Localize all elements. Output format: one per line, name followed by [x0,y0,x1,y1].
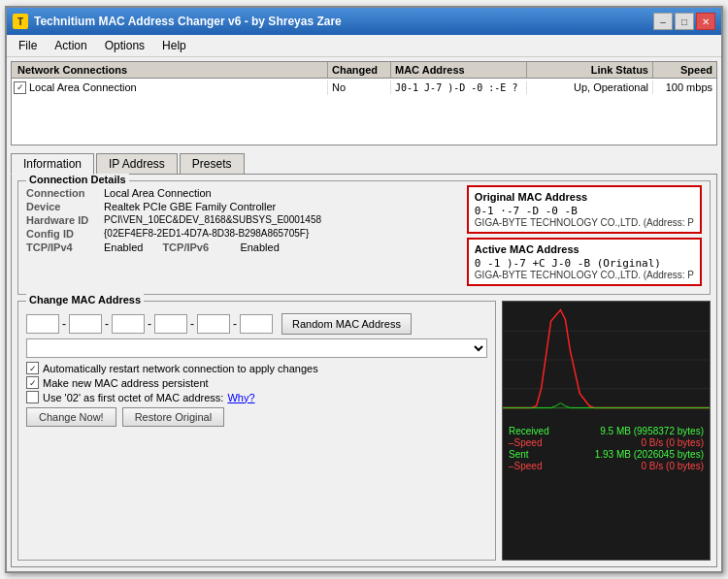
checkbox-auto-restart: Automatically restart network connection… [26,362,487,374]
menu-file[interactable]: File [11,37,45,54]
tab-ip-address[interactable]: IP Address [96,153,178,174]
mac-octet-1[interactable] [26,314,59,334]
received-label: Received [509,426,549,436]
sent-speed-row: –Speed 0 B/s (0 bytes) [509,461,704,471]
original-mac-title: Original MAC Address [475,191,694,203]
title-buttons: – □ ✕ [653,13,715,30]
why-link[interactable]: Why? [227,392,254,403]
network-table-header: Network Connections Changed MAC Address … [12,62,716,79]
hardware-id-key: Hardware ID [26,214,104,226]
dash-5: - [233,317,237,331]
mac-octet-3[interactable] [112,314,145,334]
sent-speed-label: –Speed [509,461,542,471]
empty-rows [12,96,716,145]
config-id-key: Config ID [26,228,104,240]
received-speed-value: 0 B/s (0 bytes) [642,437,704,448]
tcp-ipv6-row: TCP/IPv6 Enabled [162,241,279,253]
dash-1: - [62,317,66,331]
hardware-id-row: Hardware ID PCI\VEN_10EC&DEV_8168&SUBSYS… [26,214,457,226]
menu-options[interactable]: Options [97,37,152,54]
restore-original-button[interactable]: Restore Original [122,407,224,427]
row-name: Local Area Connection [12,80,328,95]
use-02-checkbox[interactable] [26,391,39,403]
config-id-row: Config ID {02EF4EF8-2ED1-4D7A-8D38-B298A… [26,228,457,240]
title-bar: T Technitium MAC Address Changer v6 - by… [7,8,721,35]
checkbox-persistent: Make new MAC address persistent [26,376,487,389]
received-speed-row: –Speed 0 B/s (0 bytes) [509,437,704,448]
received-speed-label: –Speed [509,437,542,448]
connection-details-label: Connection Details [26,174,129,185]
active-mac-vendor: GIGA-BYTE TECHNOLOGY CO.,LTD. (Address: … [475,270,694,280]
tcp-row: TCP/IPv4 Enabled TCP/IPv6 Enabled [26,241,457,253]
graph-stats: Received 9.5 MB (9958372 bytes) –Speed 0… [503,421,710,476]
use-02-label: Use '02' as first octet of MAC address: [43,392,223,403]
checkbox-use-02: Use '02' as first octet of MAC address: … [26,391,487,403]
network-graph [503,302,710,418]
tcp-ipv6-key: TCP/IPv6 [162,241,240,253]
active-mac-title: Active MAC Address [475,243,694,255]
mac-input-row: - - - - - Random MAC Address [26,313,487,335]
header-changed: Changed [328,62,391,78]
connection-details-group: Connection Details Connection Local Area… [17,180,711,295]
original-mac-value: 0-1 ·-7 -D -0 -B [475,205,694,217]
menu-action[interactable]: Action [47,37,94,54]
sent-size: 1.93 MB (2026045 bytes) [595,449,704,460]
details-layout: Connection Local Area Connection Device … [26,185,702,286]
graph-panel: Received 9.5 MB (9958372 bytes) –Speed 0… [502,301,711,561]
original-mac-box: Original MAC Address 0-1 ·-7 -D -0 -B GI… [467,185,702,234]
tab-buttons: Information IP Address Presets [11,153,717,174]
header-speed: Speed [653,62,716,78]
hardware-id-value: PCI\VEN_10EC&DEV_8168&SUBSYS_E0001458 [104,214,321,225]
menu-help[interactable]: Help [154,37,194,54]
received-size: 9.5 MB (9958372 bytes) [600,426,704,436]
dash-3: - [148,317,151,331]
mac-octet-6[interactable] [240,314,273,334]
mac-octet-4[interactable] [154,314,187,334]
row-changed: No [328,80,391,94]
change-mac-group: Change MAC Address - - - - - Random MA [17,301,496,561]
connection-name: Local Area Connection [29,81,137,93]
persistent-label: Make new MAC address persistent [43,377,209,389]
bottom-section: Change MAC Address - - - - - Random MA [17,301,711,561]
details-right: Original MAC Address 0-1 ·-7 -D -0 -B GI… [461,185,702,286]
table-row[interactable]: Local Area Connection No J0-1 J-7 )-D -0… [12,79,716,96]
random-mac-button[interactable]: Random MAC Address [281,313,412,335]
change-mac-label: Change MAC Address [26,294,144,306]
dash-4: - [190,317,194,331]
tcp-ipv6-value: Enabled [240,241,279,253]
sent-label: Sent [509,449,529,460]
active-mac-value: 0 -1 )-7 +C J-0 -B (Original) [475,257,694,270]
close-button[interactable]: ✕ [696,13,715,30]
menu-bar: File Action Options Help [7,35,721,57]
row-checkbox[interactable] [14,81,26,94]
action-buttons: Change Now! Restore Original [26,407,487,427]
window-title: Technitium MAC Address Changer v6 - by S… [34,15,342,28]
connection-key: Connection [26,187,104,199]
row-link-status: Up, Operational [527,80,653,94]
minimize-button[interactable]: – [653,13,673,30]
mac-octet-2[interactable] [69,314,102,334]
details-left: Connection Local Area Connection Device … [26,185,457,286]
header-network-connections: Network Connections [12,62,328,78]
maximize-button[interactable]: □ [675,13,694,30]
sent-row: Sent 1.93 MB (2026045 bytes) [509,449,704,460]
row-speed: 100 mbps [653,80,716,94]
header-mac: MAC Address [391,62,527,78]
connection-value: Local Area Connection [104,187,212,199]
app-icon: T [13,14,28,29]
sent-speed-value: 0 B/s (0 bytes) [642,461,704,471]
tab-information[interactable]: Information [11,153,94,175]
mac-dropdown[interactable] [26,338,487,358]
change-now-button[interactable]: Change Now! [26,407,116,427]
device-key: Device [26,201,104,212]
auto-restart-checkbox[interactable] [26,362,39,374]
connection-row: Connection Local Area Connection [26,187,457,199]
tcp-ipv4-value: Enabled [104,241,143,253]
tab-presets[interactable]: Presets [180,153,245,174]
dash-2: - [105,317,109,331]
main-window: T Technitium MAC Address Changer v6 - by… [5,6,723,573]
tab-content: Connection Details Connection Local Area… [11,174,717,567]
persistent-checkbox[interactable] [26,376,39,389]
mac-dropdown-row [26,338,487,358]
mac-octet-5[interactable] [197,314,230,334]
